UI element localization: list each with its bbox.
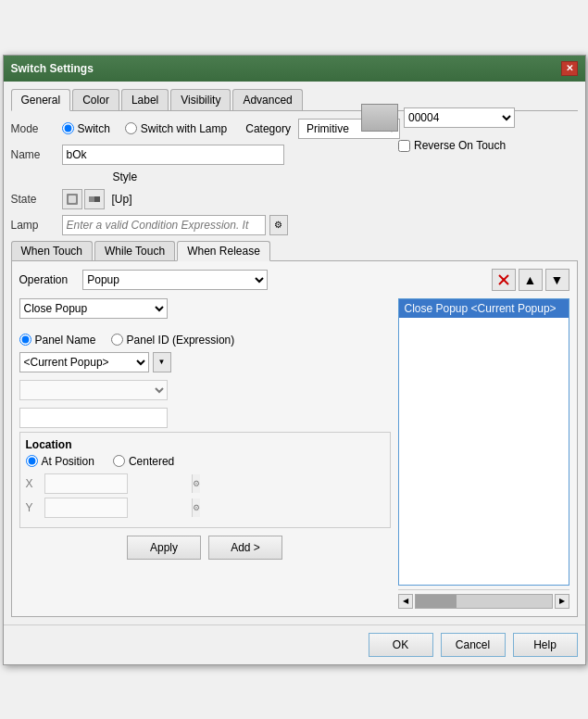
scrollbar: ◀ ▶ — [398, 589, 569, 609]
svg-rect-1 — [69, 196, 76, 203]
y-row: Y ⚙ — [26, 498, 384, 518]
at-position-option[interactable]: At Position — [26, 455, 94, 468]
scroll-right-btn[interactable]: ▶ — [555, 594, 569, 609]
op-left: Operation Popup None Set Bit — [19, 270, 269, 290]
main-window: Switch Settings ✕ General Color Label Vi… — [3, 55, 586, 665]
action-buttons: ▲ ▼ — [492, 269, 569, 291]
panel-id-radio[interactable] — [111, 334, 123, 346]
lamp-label: Lamp — [11, 219, 62, 232]
style-row: Style 00004 — [11, 170, 578, 183]
category-label: Category — [245, 122, 291, 135]
panel-expr-select[interactable] — [19, 380, 168, 400]
ok-button[interactable]: OK — [369, 633, 433, 657]
svg-rect-2 — [89, 196, 94, 202]
location-label: Location — [26, 438, 384, 451]
lamp-expr-button[interactable]: ⚙ — [269, 215, 288, 235]
panel-name-radio[interactable] — [19, 334, 31, 346]
state-value: [Up] — [112, 193, 132, 206]
x-input[interactable] — [45, 474, 192, 493]
panel-expr-row — [19, 380, 391, 400]
lamp-input[interactable] — [62, 215, 266, 235]
state-row: State [Up] Reverse On Touch — [11, 189, 578, 209]
window-title: Switch Settings — [11, 62, 94, 75]
tab-color[interactable]: Color — [72, 89, 119, 110]
state-label: State — [11, 193, 62, 206]
style-area: 00004 — [361, 104, 515, 132]
lamp-row: Lamp ⚙ — [11, 215, 578, 235]
style-select[interactable]: 00004 — [404, 107, 515, 128]
add-button[interactable]: Add > — [208, 536, 282, 560]
operation-label: Operation — [19, 273, 69, 286]
panel-name-option[interactable]: Panel Name — [19, 334, 96, 347]
delete-action-button[interactable] — [492, 269, 516, 291]
help-button[interactable]: Help — [513, 633, 578, 657]
title-bar: Switch Settings ✕ — [4, 56, 585, 82]
operation-row: Operation Popup None Set Bit ▲ ▼ — [19, 269, 569, 291]
operation-select[interactable]: Popup None Set Bit — [82, 270, 268, 290]
bottom-buttons: Apply Add > — [19, 536, 391, 560]
close-popup-select[interactable]: Close Popup Open Popup — [19, 298, 168, 319]
tab-visibility[interactable]: Visibility — [170, 89, 231, 110]
reverse-on-touch: Reverse On Touch — [398, 139, 506, 152]
x-expr-btn[interactable]: ⚙ — [192, 474, 200, 493]
mode-switch-option[interactable]: Switch — [62, 122, 110, 135]
tab-general[interactable]: General — [11, 89, 71, 111]
panel-expr-input[interactable] — [19, 408, 168, 428]
state-icon-2[interactable] — [84, 189, 105, 209]
y-input-wrap: ⚙ — [44, 498, 128, 518]
main-content-area: Close Popup Open Popup Panel Name — [19, 298, 569, 609]
tab-advanced[interactable]: Advanced — [232, 89, 302, 110]
panel-options: Panel Name Panel ID (Expression) — [19, 334, 391, 347]
inner-tabs: When Touch While Touch When Release — [11, 241, 578, 261]
style-label-text: Style — [113, 170, 145, 183]
mode-radio-group: Switch Switch with Lamp — [62, 122, 228, 135]
style-preview — [361, 104, 398, 132]
x-input-wrap: ⚙ — [44, 473, 128, 494]
centered-option[interactable]: Centered — [113, 455, 174, 468]
mode-switch-lamp-option[interactable]: Switch with Lamp — [125, 122, 227, 135]
action-list[interactable]: Close Popup <Current Popup> — [398, 298, 569, 586]
scroll-track[interactable] — [415, 594, 553, 609]
footer-buttons: OK Cancel Help — [4, 624, 585, 664]
close-button[interactable]: ✕ — [561, 61, 578, 76]
svg-rect-3 — [94, 196, 100, 202]
cancel-button[interactable]: Cancel — [441, 633, 506, 657]
tab-when-touch[interactable]: When Touch — [11, 241, 94, 260]
list-item[interactable]: Close Popup <Current Popup> — [399, 299, 569, 318]
reverse-label: Reverse On Touch — [414, 139, 506, 152]
panel-name-select[interactable]: <Current Popup> — [19, 352, 149, 372]
panel-dropdown-btn[interactable]: ▼ — [153, 352, 171, 372]
name-input[interactable] — [62, 145, 284, 165]
panel-id-option[interactable]: Panel ID (Expression) — [111, 334, 235, 347]
at-position-radio[interactable] — [26, 455, 38, 467]
mode-switch-radio[interactable] — [62, 122, 74, 134]
y-expr-btn[interactable]: ⚙ — [192, 498, 200, 517]
state-icon-1[interactable] — [62, 189, 82, 209]
content-area: General Color Label Visibility Advanced … — [4, 82, 585, 624]
tab-while-touch[interactable]: While Touch — [94, 241, 175, 260]
move-up-button[interactable]: ▲ — [519, 269, 543, 291]
action-list-panel: Close Popup <Current Popup> ◀ ▶ — [398, 298, 569, 609]
location-section: Location At Position Centered — [19, 432, 391, 528]
tab-when-release[interactable]: When Release — [177, 241, 270, 261]
inner-tabs-container: When Touch While Touch When Release Oper… — [11, 241, 578, 617]
reverse-on-touch-checkbox[interactable] — [398, 140, 410, 152]
left-config-area: Close Popup Open Popup Panel Name — [19, 298, 391, 609]
scroll-left-btn[interactable]: ◀ — [398, 594, 413, 609]
state-icons — [62, 189, 105, 209]
state-area: [Up] — [62, 189, 132, 209]
y-input[interactable] — [45, 498, 192, 517]
mode-label: Mode — [11, 122, 62, 135]
name-label: Name — [11, 148, 62, 161]
move-down-button[interactable]: ▼ — [545, 269, 569, 291]
scroll-thumb — [416, 595, 457, 608]
tab-label[interactable]: Label — [121, 89, 169, 110]
x-row: X ⚙ — [26, 473, 384, 494]
operation-panel: Operation Popup None Set Bit ▲ ▼ — [11, 261, 578, 617]
centered-radio[interactable] — [113, 455, 125, 467]
lamp-input-area: ⚙ — [62, 215, 288, 235]
location-radios: At Position Centered — [26, 455, 384, 468]
mode-switch-lamp-radio[interactable] — [125, 122, 137, 134]
x-label: X — [26, 477, 44, 490]
apply-button[interactable]: Apply — [127, 536, 201, 560]
